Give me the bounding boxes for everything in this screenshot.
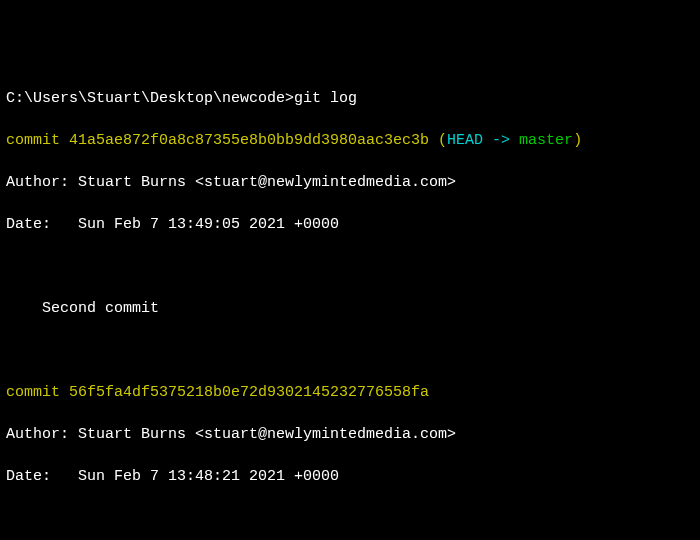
commit-message-1: Second commit (6, 298, 694, 319)
ref-close: ) (573, 132, 582, 149)
commit-hash: 56f5fa4df5375218b0e72d9302145232776558fa (69, 384, 429, 401)
author-line-2: Author: Stuart Burns <stuart@newlyminted… (6, 424, 694, 445)
prompt-path: C:\Users\Stuart\Desktop\newcode> (6, 90, 294, 107)
author-line-1: Author: Stuart Burns <stuart@newlyminted… (6, 172, 694, 193)
blank-line (6, 508, 694, 529)
commit-line-2: commit 56f5fa4df5375218b0e72d93021452327… (6, 382, 694, 403)
commit-prefix: commit (6, 132, 69, 149)
commit-prefix: commit (6, 384, 69, 401)
commit-hash: 41a5ae872f0a8c87355e8b0bb9dd3980aac3ec3b (69, 132, 429, 149)
ref-open: ( (429, 132, 447, 149)
blank-line (6, 340, 694, 361)
date-line-1: Date: Sun Feb 7 13:49:05 2021 +0000 (6, 214, 694, 235)
commit-line-1: commit 41a5ae872f0a8c87355e8b0bb9dd3980a… (6, 130, 694, 151)
date-line-2: Date: Sun Feb 7 13:48:21 2021 +0000 (6, 466, 694, 487)
blank-line (6, 256, 694, 277)
ref-branch: master (519, 132, 573, 149)
prompt-line-1[interactable]: C:\Users\Stuart\Desktop\newcode>git log (6, 88, 694, 109)
command-text: git log (294, 90, 357, 107)
ref-head: HEAD -> (447, 132, 519, 149)
